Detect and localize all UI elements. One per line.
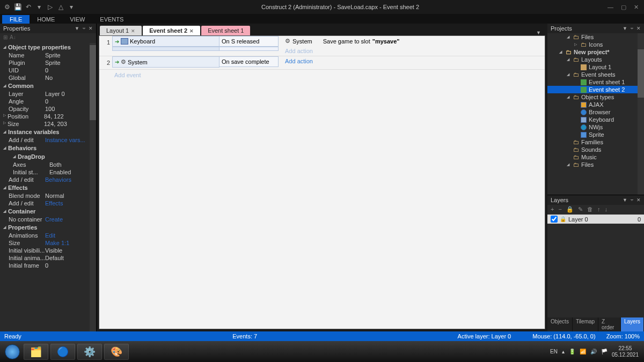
action[interactable]: ⚙ System Save game to slot "mysave"	[283, 36, 545, 46]
section-instance-vars[interactable]: Instance variables	[0, 128, 96, 136]
link-create-container[interactable]: Create	[45, 216, 63, 223]
tree-browser[interactable]: Browser	[589, 109, 610, 115]
projects-scrollbar[interactable]	[638, 33, 644, 195]
tab-event-sheet-2[interactable]: Event sheet 2✕	[143, 26, 200, 35]
ptab-zorder[interactable]: Z order	[598, 317, 621, 331]
tree-nwjs[interactable]: NWjs	[589, 124, 603, 130]
section-behaviors[interactable]: Behaviors	[0, 144, 96, 152]
rename-icon[interactable]: ✎	[578, 206, 583, 213]
minimize-button[interactable]: —	[608, 4, 613, 11]
link-make11[interactable]: Make 1:1	[45, 240, 69, 246]
tab-file[interactable]: FILE	[2, 15, 30, 24]
project-tree[interactable]: ◢🗀Files ▷🗀Icons ◢🗀New project* ◢🗀Layouts…	[547, 33, 644, 195]
panel-dropdown-icon[interactable]: ▼	[623, 26, 627, 31]
close-icon[interactable]: ✕	[131, 28, 135, 34]
link-behaviors[interactable]: Behaviors	[45, 176, 71, 183]
add-action-link[interactable]: Add action	[283, 56, 545, 66]
prop-opacity[interactable]: 100	[45, 106, 55, 112]
tree-sprite[interactable]: Sprite	[589, 131, 604, 138]
tray-chevron-icon[interactable]: ▴	[562, 349, 565, 354]
section-dragdrop[interactable]: DragDrop	[0, 152, 96, 161]
lock-icon[interactable]: 🔒	[560, 216, 566, 222]
categorize-icon[interactable]: ⊞	[3, 34, 8, 42]
event-row[interactable]: 1 ➔ Keyboard On S released ⚙	[99, 36, 545, 56]
tab-event-sheet-1[interactable]: Event sheet 1	[201, 26, 250, 35]
lock-icon[interactable]: 🔒	[566, 206, 574, 213]
condition-selected[interactable]	[112, 47, 219, 51]
ptab-objects[interactable]: Objects	[547, 317, 573, 331]
remove-layer-icon[interactable]: −	[558, 206, 561, 213]
tab-home[interactable]: HOME	[30, 15, 62, 24]
prop-global[interactable]: No	[45, 75, 53, 81]
condition[interactable]: ➔ Keyboard	[112, 36, 219, 47]
section-common[interactable]: Common	[0, 82, 96, 90]
move-up-icon[interactable]: ↑	[597, 206, 601, 213]
prop-axes[interactable]: Both	[49, 161, 62, 168]
panel-pin-icon[interactable]: ⫟	[630, 26, 634, 31]
prop-blend-mode[interactable]: Normal	[45, 193, 64, 199]
move-down-icon[interactable]: ↓	[604, 206, 608, 213]
close-button[interactable]: ✕	[634, 4, 639, 11]
panel-close-icon[interactable]: ✕	[89, 26, 93, 31]
lang-indicator[interactable]: EN	[550, 349, 558, 354]
condition-text[interactable]: On S released	[219, 36, 279, 47]
event-sheet[interactable]: 1 ➔ Keyboard On S released ⚙	[99, 35, 545, 329]
add-layer-icon[interactable]: +	[551, 206, 554, 213]
prop-size[interactable]: 124, 203	[44, 121, 67, 127]
panel-dropdown-icon[interactable]: ▼	[75, 26, 79, 31]
prop-name[interactable]: Sprite	[45, 52, 61, 58]
network-icon[interactable]: 📶	[580, 349, 586, 354]
condition-text[interactable]: On save complete	[219, 56, 279, 67]
tree-es2[interactable]: Event sheet 2	[589, 86, 625, 93]
undo-icon[interactable]: ↶	[25, 3, 32, 11]
taskbar-paint[interactable]: 🎨	[104, 344, 129, 360]
tree-keyboard[interactable]: Keyboard	[589, 116, 614, 123]
start-button[interactable]	[2, 344, 23, 360]
taskbar-explorer[interactable]: 🗂️	[24, 344, 48, 360]
prop-initial-state[interactable]: Enabled	[49, 169, 71, 175]
panel-pin-icon[interactable]: ⫟	[82, 26, 86, 31]
tab-events[interactable]: EVENTS	[92, 15, 131, 24]
event-row[interactable]: 2 ➔ ⚙ System On save complete Add action	[99, 56, 545, 70]
link-instance-vars[interactable]: Instance vars...	[45, 137, 85, 143]
debug-icon[interactable]: △	[57, 3, 64, 11]
run-icon[interactable]: ▷	[46, 3, 54, 11]
panel-pin-icon[interactable]: ⫟	[630, 197, 634, 203]
prop-initial-frame[interactable]: 0	[45, 262, 48, 269]
tab-layout1[interactable]: Layout 1✕	[100, 26, 142, 35]
condition[interactable]: ➔ ⚙ System	[112, 56, 219, 68]
panel-dropdown-icon[interactable]: ▼	[623, 197, 627, 203]
section-effects[interactable]: Effects	[0, 183, 96, 192]
tabs-dropdown-icon[interactable]: ▼	[533, 30, 544, 35]
flag-icon[interactable]: 🏳️	[601, 349, 608, 354]
taskbar-construct[interactable]: ⚙️	[77, 344, 102, 360]
tree-layout1[interactable]: Layout 1	[589, 64, 611, 70]
prop-initial-visibility[interactable]: Visible	[45, 247, 62, 254]
tree-es1[interactable]: Event sheet 1	[589, 79, 625, 85]
panel-close-icon[interactable]: ✕	[636, 197, 641, 203]
layer-visible-checkbox[interactable]	[551, 216, 558, 223]
tab-view[interactable]: VIEW	[62, 15, 92, 24]
delete-icon[interactable]: 🗑	[587, 206, 593, 213]
redo-dropdown-icon[interactable]: ▾	[35, 3, 43, 11]
taskbar-chrome[interactable]: 🔵	[50, 344, 75, 360]
qat-dropdown-icon[interactable]: ▾	[68, 3, 75, 11]
section-container[interactable]: Container	[0, 207, 96, 216]
section-object-type[interactable]: Object type properties	[0, 43, 96, 51]
ptab-layers[interactable]: Layers	[621, 317, 644, 331]
clock[interactable]: 22:55 05.12.2021	[612, 345, 639, 358]
link-effects[interactable]: Effects	[45, 200, 63, 206]
panel-close-icon[interactable]: ✕	[636, 26, 641, 31]
prop-initial-anim[interactable]: Default	[45, 255, 64, 261]
close-icon[interactable]: ✕	[189, 28, 194, 34]
save-icon[interactable]: 💾	[14, 3, 21, 11]
ptab-tilemap[interactable]: Tilemap	[573, 317, 598, 331]
add-event-link[interactable]: Add event	[99, 70, 545, 80]
section-properties[interactable]: Properties	[0, 223, 96, 232]
link-animations-edit[interactable]: Edit	[45, 232, 55, 239]
tree-ajax[interactable]: AJAX	[589, 101, 604, 108]
prop-layer[interactable]: Layer 0	[45, 91, 65, 97]
prop-position[interactable]: 84, 122	[44, 113, 64, 120]
volume-icon[interactable]: 🔊	[590, 349, 597, 354]
add-action-link[interactable]: Add action	[283, 46, 545, 56]
